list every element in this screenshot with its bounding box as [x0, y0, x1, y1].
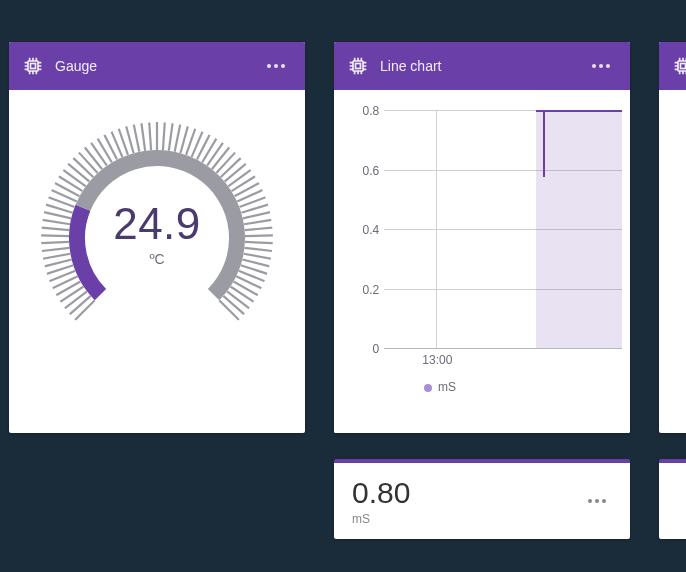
legend-label: mS — [438, 380, 456, 394]
svg-rect-1 — [31, 64, 36, 69]
cpu-icon — [23, 56, 43, 76]
legend-dot-icon — [424, 384, 432, 392]
ytick: 0 — [373, 342, 380, 356]
value-card: 0.80 mS — [334, 459, 630, 539]
svg-rect-0 — [28, 61, 38, 71]
gauge-unit: ºC — [27, 251, 287, 267]
cpu-icon — [673, 56, 686, 76]
line-chart-plot: 0.8 0.6 0.4 0.2 0 13:00 — [384, 110, 622, 348]
gauge-value: 24.9 — [27, 199, 287, 249]
gauge-body: 24.9 ºC — [9, 98, 305, 433]
gauge-title: Gauge — [55, 58, 97, 74]
ytick: 0.6 — [363, 164, 380, 178]
gauge-menu-button[interactable] — [261, 58, 291, 74]
partial-card — [659, 42, 686, 433]
value-unit: mS — [352, 512, 410, 526]
svg-rect-87 — [353, 61, 363, 71]
line-chart-spike — [543, 110, 545, 177]
partial-card-header — [659, 42, 686, 90]
partial-value-card — [659, 459, 686, 539]
line-chart-card: Line chart 0.8 0.6 0.4 0.2 0 13:00 mS — [334, 42, 630, 433]
line-card-header: Line chart — [334, 42, 630, 90]
gauge-card: Gauge — [9, 42, 305, 433]
value-reading: 0.80 — [352, 476, 410, 510]
ytick: 0.2 — [363, 283, 380, 297]
line-chart-legend: mS — [424, 380, 630, 394]
svg-rect-102 — [681, 64, 686, 69]
value-menu-button[interactable] — [582, 493, 612, 509]
line-chart-body: 0.8 0.6 0.4 0.2 0 13:00 mS — [334, 110, 630, 433]
ytick: 0.4 — [363, 223, 380, 237]
gauge-widget: 24.9 ºC — [27, 98, 287, 358]
ytick: 0.8 — [363, 104, 380, 118]
svg-rect-88 — [356, 64, 361, 69]
line-chart-fill — [536, 110, 622, 348]
line-chart-title: Line chart — [380, 58, 441, 74]
xtick: 13:00 — [422, 353, 452, 367]
cpu-icon — [348, 56, 368, 76]
line-chart-menu-button[interactable] — [586, 58, 616, 74]
gauge-card-header: Gauge — [9, 42, 305, 90]
